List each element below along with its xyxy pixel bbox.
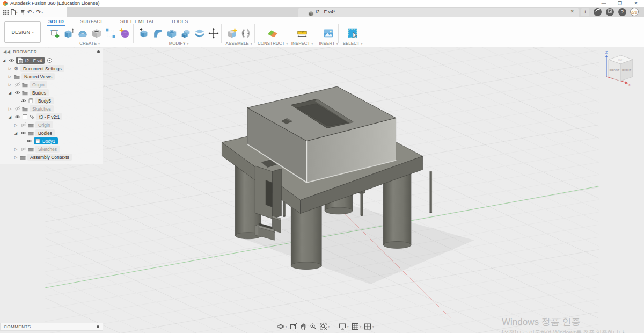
comments-panel[interactable]: COMMENTS (0, 323, 103, 331)
browser-row-t3-f-v2-1[interactable]: ◢t3 - F v2:1 (0, 113, 103, 121)
browser-row-bodies[interactable]: ◢Bodies (0, 89, 103, 97)
visibility-eye-icon[interactable] (20, 130, 26, 136)
close-button[interactable]: ✕ (628, 0, 644, 7)
tool-construction-plane-icon[interactable] (266, 27, 279, 40)
new-tab-button[interactable]: + (581, 8, 589, 16)
tab-sheet-metal[interactable]: SHEET METAL (119, 18, 156, 26)
expand-toggle-icon[interactable]: ▷ (8, 75, 12, 79)
table-leg-right[interactable] (383, 172, 411, 248)
browser-row-bodies[interactable]: ◢Bodies (0, 129, 103, 137)
visibility-eye-icon[interactable] (20, 146, 26, 152)
browser-row-body1[interactable]: Body1 (0, 137, 103, 145)
view-cube[interactable]: TOP FRONT RIGHT Z X (600, 50, 641, 91)
tab-surface[interactable]: SURFACE (79, 18, 105, 26)
browser-row-body5[interactable]: Body5 (0, 97, 103, 105)
group-label-construct[interactable]: CONSTRUCT ▾ (257, 41, 289, 46)
zoom-tool[interactable] (310, 323, 317, 330)
tool-joint-icon[interactable] (239, 27, 252, 40)
visibility-eye-icon[interactable] (26, 138, 32, 144)
tree-item-label: t3 - F v2:1 (39, 114, 60, 120)
table-bracket[interactable] (255, 166, 281, 240)
pan-tool[interactable] (300, 323, 307, 330)
comments-options-icon[interactable] (97, 325, 99, 328)
document-tab[interactable]: t2 - F v4* ✕ (298, 8, 579, 17)
tool-press-pull-icon[interactable] (137, 27, 150, 40)
table-leg-front[interactable] (291, 204, 321, 270)
tool-revolve-icon[interactable] (76, 27, 89, 40)
tool-fillet-icon[interactable] (151, 27, 164, 40)
browser-header[interactable]: ◀◀ BROWSER (0, 48, 103, 56)
tool-move-icon[interactable] (207, 27, 220, 40)
visibility-eye-icon[interactable] (14, 106, 20, 112)
expand-toggle-icon[interactable]: ▷ (13, 147, 18, 151)
visibility-eye-icon[interactable] (8, 57, 14, 63)
look-at-tool[interactable] (290, 323, 297, 330)
tool-hole-icon[interactable] (90, 27, 103, 40)
expand-toggle-icon[interactable]: ▷ (8, 83, 12, 87)
visibility-eye-icon[interactable] (14, 82, 20, 88)
browser-row-origin[interactable]: ▷Origin (0, 121, 103, 129)
tool-pattern-icon[interactable] (104, 27, 117, 40)
browser-row-origin[interactable]: ▷Origin (0, 81, 103, 89)
display-settings-tool[interactable]: ▾ (339, 323, 349, 330)
collapse-toggle-icon[interactable]: ◢ (2, 59, 6, 63)
tool-insert-image-icon[interactable] (322, 27, 335, 40)
tool-shell-icon[interactable] (165, 27, 178, 40)
job-status-clock-icon[interactable] (606, 8, 614, 16)
tool-extrude-icon[interactable] (62, 27, 75, 40)
tab-close-icon[interactable]: ✕ (570, 9, 574, 14)
save-icon[interactable] (20, 10, 25, 15)
viewport-canvas[interactable]: ◀◀ BROWSER ◢t2 - F v4▷⚙Document Settings… (0, 47, 644, 333)
orbit-tool[interactable]: ▾ (277, 323, 287, 330)
expand-toggle-icon[interactable]: ▷ (8, 107, 12, 111)
browser-row-t2-f-v4[interactable]: ◢t2 - F v4 (0, 56, 103, 64)
tab-solid[interactable]: SOLID (47, 18, 65, 26)
expand-toggle-icon[interactable]: ▷ (8, 67, 12, 71)
panel-collapse-icon[interactable]: ◀◀ (3, 49, 10, 54)
undo-icon[interactable]: ↶▾ (27, 9, 34, 16)
fit-tool[interactable]: ▾ (320, 323, 330, 330)
browser-row-named-views[interactable]: ▷Named Views (0, 73, 103, 81)
tab-tools[interactable]: TOOLS (170, 18, 189, 26)
visibility-eye-icon[interactable] (14, 90, 20, 96)
activate-component-radio[interactable] (47, 57, 53, 63)
account-avatar[interactable]: 소안 (630, 8, 639, 16)
extensions-icon[interactable] (594, 8, 602, 16)
group-label-inspect[interactable]: INSPECT ▾ (289, 41, 316, 46)
tool-form-icon[interactable] (118, 27, 131, 40)
expand-toggle-icon[interactable]: ▷ (13, 123, 18, 127)
visibility-eye-icon[interactable] (20, 98, 26, 104)
collapse-toggle-icon[interactable]: ◢ (8, 91, 12, 95)
maximize-button[interactable]: ❐ (612, 0, 628, 7)
grid-display-tool[interactable]: ▾ (352, 323, 362, 330)
panel-options-icon[interactable] (97, 50, 100, 53)
redo-icon[interactable]: ↷▾ (36, 9, 43, 16)
group-label-assemble[interactable]: ASSEMBLE ▾ (223, 41, 254, 46)
browser-row-assembly-contexts[interactable]: ▷Assembly Contexts (0, 153, 103, 161)
collapse-toggle-icon[interactable]: ◢ (8, 115, 12, 119)
expand-toggle-icon[interactable]: ▷ (13, 155, 18, 160)
file-menu-icon[interactable]: ▾ (11, 9, 18, 15)
browser-row-sketches[interactable]: ▷Sketches (0, 105, 103, 113)
viewports-tool[interactable]: ▾ (364, 323, 374, 330)
tool-measure-icon[interactable] (296, 27, 309, 40)
help-icon[interactable]: ? (618, 8, 626, 16)
tool-combine-icon[interactable] (179, 27, 192, 40)
app-grid-icon[interactable] (3, 10, 9, 15)
group-label-modify[interactable]: MODIFY ▾ (135, 41, 222, 46)
group-label-create[interactable]: CREATE ▾ (45, 41, 134, 46)
tool-new-component-icon[interactable] (225, 27, 238, 40)
group-label-select[interactable]: SELECT ▾ (340, 41, 365, 46)
collapse-toggle-icon[interactable]: ◢ (13, 131, 18, 135)
tool-create-sketch-icon[interactable] (48, 27, 61, 40)
minimize-button[interactable]: — (596, 0, 612, 7)
visibility-eye-icon[interactable] (14, 114, 20, 120)
visibility-eye-icon[interactable] (20, 122, 26, 128)
browser-row-sketches[interactable]: ▷Sketches (0, 145, 103, 153)
design-workspace-menu[interactable]: DESIGN ▾ (4, 21, 41, 43)
tool-offset-face-icon[interactable] (193, 27, 206, 40)
tool-select-icon[interactable] (346, 27, 359, 40)
browser-row-document-settings[interactable]: ▷⚙Document Settings (0, 64, 103, 73)
group-separator (254, 24, 255, 43)
group-label-insert[interactable]: INSERT ▾ (317, 41, 340, 46)
